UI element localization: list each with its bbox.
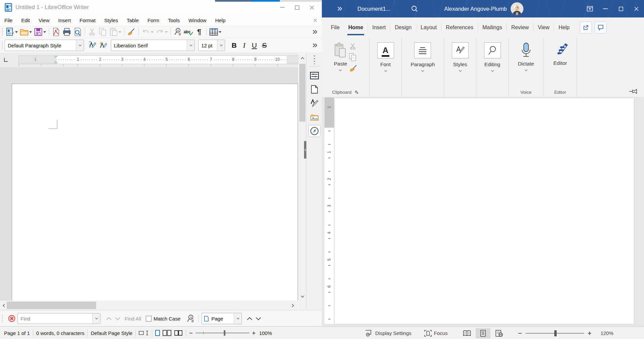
paste-button[interactable]: Paste [334, 42, 347, 71]
menu-styles[interactable]: Styles [100, 16, 122, 25]
cut-icon[interactable] [87, 27, 97, 37]
menu-form[interactable]: Form [143, 16, 164, 25]
zoom-percentage[interactable]: 120% [600, 330, 613, 336]
font-name-combobox[interactable]: Liberation Serif [111, 40, 195, 51]
selection-mode-icon[interactable] [139, 330, 149, 336]
formatting-marks-icon[interactable]: ¶ [194, 27, 205, 37]
clipboard-dialog-launcher-icon[interactable] [355, 90, 359, 94]
tab-design[interactable]: Design [390, 22, 416, 33]
print-icon[interactable] [61, 27, 72, 37]
pin-ribbon-icon[interactable] [629, 89, 638, 94]
paragraph-chevron-icon[interactable] [421, 70, 424, 72]
new-dropdown-arrow[interactable] [15, 31, 18, 33]
font-size-combobox[interactable]: 12 pt [198, 40, 225, 51]
search-scope-combobox[interactable]: Page [202, 313, 242, 324]
share-icon[interactable] [580, 22, 592, 34]
menu-window[interactable]: Window [184, 16, 211, 25]
font-size-dropdown-arrow[interactable] [217, 40, 225, 51]
ribbon-display-options-icon[interactable] [582, 0, 598, 17]
zoom-slider[interactable] [196, 333, 249, 333]
underline-button[interactable]: U [249, 40, 259, 50]
display-settings-button[interactable]: Display Settings [365, 330, 412, 337]
zoom-out-icon[interactable] [518, 331, 522, 335]
scroll-right-arrow-icon[interactable] [289, 302, 296, 309]
scroll-down-arrow-icon[interactable] [299, 293, 306, 300]
insert-table-icon[interactable] [208, 27, 219, 37]
new-style-icon[interactable] [97, 41, 108, 50]
copy-icon[interactable] [349, 53, 357, 61]
user-name[interactable]: Alexander Angove-Plumb [444, 6, 507, 12]
book-view-icon[interactable] [174, 330, 183, 336]
find-previous-icon[interactable] [104, 314, 113, 323]
find-dropdown-arrow[interactable] [92, 313, 100, 324]
scroll-up-arrow-icon[interactable] [299, 54, 306, 62]
menu-table[interactable]: Table [122, 16, 143, 25]
styles-button[interactable]: Styles [452, 42, 469, 72]
italic-button[interactable]: I [239, 40, 249, 50]
save-icon[interactable] [33, 27, 44, 37]
minimize-button[interactable] [598, 0, 613, 17]
dictate-button[interactable]: Dictate [518, 42, 534, 71]
sidebar-grip[interactable] [314, 55, 315, 64]
menu-help[interactable]: Help [211, 16, 230, 25]
redo-dropdown-arrow[interactable] [165, 31, 168, 33]
zoom-out-icon[interactable] [189, 331, 193, 335]
find-replace-icon[interactable]: ad [172, 27, 183, 37]
paragraph-style-combobox[interactable]: Default Paragraph Style [5, 40, 84, 51]
word-document-page[interactable] [335, 98, 634, 324]
scope-dropdown-arrow[interactable] [234, 313, 242, 324]
indent-markers[interactable] [53, 55, 58, 63]
spelling-icon[interactable]: abc [183, 27, 194, 37]
horizontal-ruler[interactable]: 1 1 2 3 4 5 6 7 8 9 10 [18, 55, 300, 64]
multi-page-view-icon[interactable] [163, 330, 171, 336]
redo-icon[interactable] [155, 27, 165, 37]
editor-button[interactable]: Editor [553, 42, 568, 66]
page-count[interactable]: Page 1 of 1 [4, 330, 30, 336]
vertical-scrollbar-thumb[interactable] [299, 64, 305, 122]
paragraph-style-dropdown-arrow[interactable] [76, 40, 84, 51]
tab-insert[interactable]: Insert [368, 22, 390, 33]
update-style-icon[interactable] [87, 41, 97, 50]
tab-help[interactable]: Help [554, 22, 574, 33]
menu-insert[interactable]: Insert [54, 16, 75, 25]
paragraph-button[interactable]: Paragraph [411, 42, 435, 72]
sidebar-properties-icon[interactable] [309, 70, 320, 81]
paste-chevron-icon[interactable] [339, 69, 342, 71]
user-avatar[interactable] [511, 2, 523, 15]
font-chevron-icon[interactable] [384, 70, 387, 72]
toolbar-overflow-icon[interactable] [312, 43, 318, 48]
font-button[interactable]: A Font [377, 42, 394, 72]
sidebar-gallery-icon[interactable] [309, 111, 320, 123]
cut-icon[interactable] [349, 43, 357, 50]
minimize-button[interactable] [275, 2, 290, 13]
paste-dropdown-arrow[interactable] [119, 31, 121, 33]
sidebar-navigator-icon[interactable] [308, 125, 320, 137]
editing-button[interactable]: Editing [484, 42, 501, 72]
read-mode-button[interactable] [460, 328, 474, 338]
tab-view[interactable]: View [533, 22, 554, 33]
zoom-slider[interactable] [525, 333, 584, 334]
vertical-ruler[interactable]: 1 1 2 3 4 5 6 [325, 97, 334, 324]
strikethrough-button[interactable]: S [259, 40, 269, 50]
next-page-icon[interactable] [254, 314, 263, 323]
font-name-dropdown-arrow[interactable] [187, 40, 195, 51]
focus-button[interactable]: Focus [424, 330, 448, 337]
web-layout-button[interactable] [492, 328, 507, 338]
close-button[interactable] [629, 0, 644, 17]
dictate-chevron-icon[interactable] [524, 69, 528, 71]
undo-icon[interactable] [140, 27, 151, 37]
document-title[interactable]: Document1... [357, 6, 390, 12]
close-find-bar-icon[interactable] [8, 315, 15, 322]
print-layout-button[interactable] [476, 328, 490, 338]
new-document-icon[interactable] [5, 27, 15, 37]
zoom-percentage[interactable]: 100% [259, 330, 272, 336]
comments-icon[interactable] [595, 22, 607, 34]
zoom-in-icon[interactable] [252, 331, 256, 335]
find-all-button[interactable]: Find All [125, 316, 141, 322]
tab-mailings[interactable]: Mailings [478, 22, 507, 33]
copy-icon[interactable] [97, 27, 108, 37]
open-dropdown-arrow[interactable] [29, 31, 32, 33]
find-next-icon[interactable] [113, 314, 122, 323]
close-document-icon[interactable] [313, 18, 317, 22]
paste-icon[interactable] [108, 27, 119, 37]
